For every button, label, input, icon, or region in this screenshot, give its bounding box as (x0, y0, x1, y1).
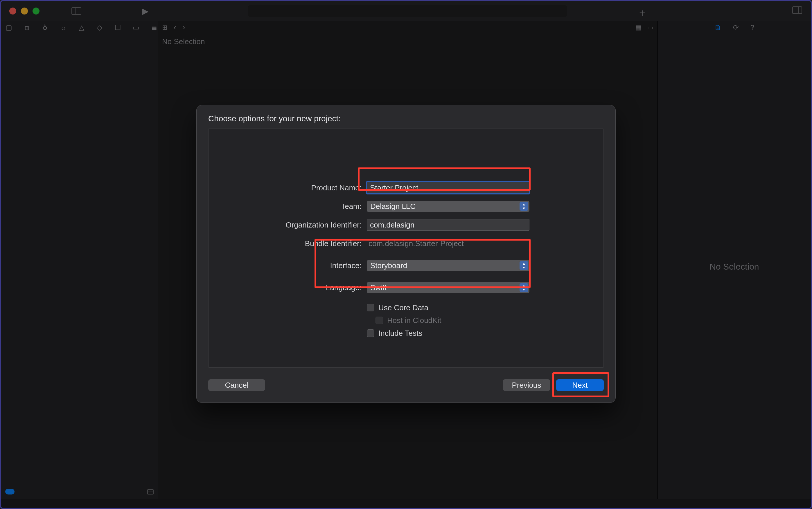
inspector-body: No Selection (658, 34, 811, 499)
product-name-label: Product Name: (208, 183, 367, 193)
toggle-navigator-icon[interactable] (71, 7, 81, 15)
next-button[interactable]: Next (556, 379, 604, 391)
core-data-row: Use Core Data (208, 301, 604, 314)
project-options-form: Product Name: Team: Delasign LLC ▲▼ Orga… (208, 180, 604, 340)
help-inspector-icon[interactable]: ? (750, 24, 754, 32)
xcode-window: ▶ + ▢ ⧈ ♁ ⌕ △ ◇ ☐ ▭ ≣ ⊞ ‹ › ▦ ▭ (0, 0, 812, 509)
breadcrumb-label: No Selection (162, 37, 205, 46)
select-stepper-icon: ▲▼ (520, 202, 528, 211)
titlebar: ▶ + (1, 1, 811, 21)
cloudkit-label: Host in CloudKit (387, 316, 441, 325)
interface-label: Interface: (208, 261, 367, 270)
toggle-debug-area-icon[interactable] (147, 489, 154, 495)
team-label: Team: (208, 202, 367, 211)
language-select[interactable]: Swift ▲▼ (367, 282, 529, 293)
interface-select-value: Storyboard (370, 261, 407, 270)
sheet-title: Choose options for your new project: (197, 105, 615, 129)
org-id-input[interactable] (367, 219, 529, 231)
nav-back-icon[interactable]: ‹ (174, 23, 176, 32)
tests-row: Include Tests (208, 327, 604, 340)
toggle-inspector-icon[interactable] (792, 6, 802, 14)
reports-icon[interactable]: ≣ (151, 24, 158, 32)
jump-bar: ⊞ ‹ › ▦ ▭ (158, 21, 657, 34)
breakpoints-icon[interactable]: ▭ (132, 24, 140, 32)
language-select-value: Swift (370, 283, 387, 292)
folder-icon[interactable]: ▢ (5, 24, 12, 32)
sheet-footer: Cancel Previous Next (197, 368, 615, 403)
inspector-tabs: 🗎 ⟳ ? (658, 21, 811, 34)
minimize-window-button[interactable] (21, 7, 28, 14)
language-row: Language: Swift ▲▼ (208, 280, 604, 296)
issues-icon[interactable]: △ (78, 24, 85, 32)
tests-icon[interactable]: ◇ (96, 24, 103, 32)
interface-row: Interface: Storyboard ▲▼ (208, 258, 604, 273)
select-stepper-icon: ▲▼ (520, 261, 528, 270)
scheme-pathbar[interactable] (248, 5, 567, 17)
core-data-checkbox[interactable] (367, 304, 375, 311)
bundle-id-value: com.delasign.Starter-Project (367, 239, 464, 248)
filter-button[interactable] (5, 489, 14, 495)
org-id-row: Organization Identifier: (208, 217, 604, 233)
new-project-sheet: Choose options for your new project: Pro… (196, 105, 616, 403)
product-name-row: Product Name: (208, 180, 604, 196)
team-select[interactable]: Delasign LLC ▲▼ (367, 201, 529, 212)
cloudkit-row: Host in CloudKit (208, 314, 604, 327)
close-window-button[interactable] (9, 7, 16, 14)
traffic-lights (9, 7, 39, 14)
zoom-window-button[interactable] (33, 7, 39, 14)
org-id-label: Organization Identifier: (208, 220, 367, 230)
previous-button[interactable]: Previous (503, 379, 550, 391)
bundle-id-row: Bundle Identifier: com.delasign.Starter-… (208, 236, 604, 251)
editor-options-icon[interactable]: ▭ (647, 24, 653, 31)
select-stepper-icon: ▲▼ (520, 283, 528, 292)
file-inspector-icon[interactable]: 🗎 (714, 24, 721, 32)
minimap-icon[interactable]: ▦ (636, 24, 642, 31)
run-icon[interactable]: ▶ (142, 6, 149, 16)
cloudkit-checkbox (376, 316, 383, 324)
related-items-icon[interactable]: ⊞ (162, 24, 167, 31)
language-label: Language: (208, 283, 367, 292)
interface-select[interactable]: Storyboard ▲▼ (367, 260, 529, 271)
team-row: Team: Delasign LLC ▲▼ (208, 199, 604, 214)
core-data-label: Use Core Data (379, 303, 428, 312)
tests-label: Include Tests (379, 329, 422, 338)
breadcrumb: No Selection (158, 34, 657, 49)
navigator-filter-bar (1, 484, 158, 499)
scm-icon[interactable]: ⧈ (24, 24, 31, 32)
tests-checkbox[interactable] (367, 329, 375, 337)
history-inspector-icon[interactable]: ⟳ (733, 24, 739, 32)
inspector-empty-label: No Selection (710, 262, 759, 272)
bundle-id-label: Bundle Identifier: (208, 239, 367, 248)
sheet-body: Product Name: Team: Delasign LLC ▲▼ Orga… (208, 129, 604, 368)
navigator: ▢ ⧈ ♁ ⌕ △ ◇ ☐ ▭ ≣ (1, 21, 158, 499)
inspector: 🗎 ⟳ ? No Selection (657, 21, 811, 499)
find-icon[interactable]: ⌕ (60, 24, 67, 32)
debug-icon[interactable]: ☐ (114, 24, 121, 32)
symbol-icon[interactable]: ♁ (41, 24, 49, 32)
navigator-tabs: ▢ ⧈ ♁ ⌕ △ ◇ ☐ ▭ ≣ (1, 21, 158, 34)
status-bar (1, 499, 811, 508)
nav-forward-icon[interactable]: › (183, 23, 185, 32)
cancel-button[interactable]: Cancel (208, 379, 265, 391)
team-select-value: Delasign LLC (370, 202, 416, 211)
add-tab-icon[interactable]: + (639, 7, 645, 19)
product-name-input[interactable] (367, 182, 529, 194)
